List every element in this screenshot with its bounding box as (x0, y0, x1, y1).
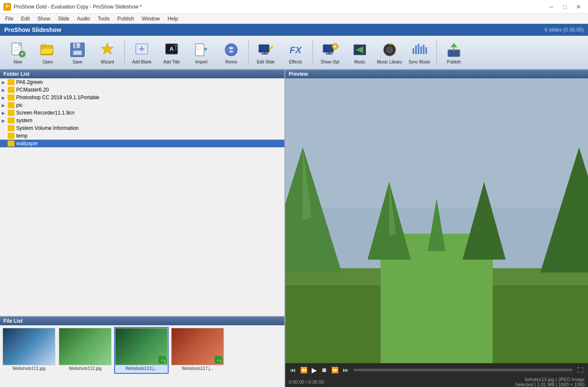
folder-item-systemvol[interactable]: ▶ System Volume Information (0, 124, 284, 132)
add-blank-button[interactable]: Add Blank (127, 37, 156, 67)
folder-icon (8, 133, 14, 139)
menu-tools[interactable]: Tools (94, 15, 113, 23)
svg-rect-46 (415, 46, 417, 54)
expand-arrow: ▶ (2, 95, 8, 100)
effects-label: Effects (289, 60, 302, 64)
app-icon: P (3, 3, 11, 11)
fullscreen-button[interactable]: ⛶ (576, 366, 585, 374)
publish-button[interactable]: Publish (439, 37, 468, 67)
menu-publish[interactable]: Publish (114, 15, 137, 23)
thumb-count-3: 1 (163, 358, 166, 364)
wizard-icon (98, 41, 116, 59)
close-button[interactable]: ✕ (573, 3, 585, 11)
expand-arrow: ▶ (2, 80, 8, 85)
svg-marker-12 (101, 43, 113, 54)
edit-slide-icon (257, 41, 275, 59)
music-library-button[interactable]: ♪ Music Library (375, 37, 404, 67)
preview-progress[interactable] (353, 369, 573, 371)
folder-item-system[interactable]: ▶ system (0, 117, 284, 124)
menu-show[interactable]: Show (34, 15, 54, 23)
publish-label: Publish (447, 60, 461, 64)
folder-tree: ▶ PA6.2green ▶ PCMaster6.20 ▶ Photoshop … (0, 78, 284, 316)
preview-info: 0:00.00 / 0:36.00 bshots113.jpg | JPEG I… (285, 377, 588, 387)
svg-rect-45 (413, 48, 414, 54)
file-scroll: Webshots111.jpg Webshots112.jpg ✓ 1 (0, 325, 284, 387)
add-title-button[interactable]: A Add Title (157, 37, 186, 67)
save-button[interactable]: Save (63, 37, 92, 67)
open-button[interactable]: Open (33, 37, 62, 67)
thumbnail-webshots112[interactable]: Webshots112.jpg (58, 327, 112, 374)
menu-file[interactable]: File (2, 15, 17, 23)
forward-button[interactable]: ⏩ (330, 366, 340, 374)
folder-scroll-wrapper: ▶ PA6.2green ▶ PCMaster6.20 ▶ Photoshop … (0, 78, 284, 316)
thumb-label-4: Webshots117.j... (182, 366, 213, 371)
effects-button[interactable]: FX Effects (281, 37, 310, 67)
folder-item-pa6[interactable]: ▶ PA6.2green (0, 78, 284, 86)
folder-icon (8, 95, 14, 100)
folder-item-wallpaper[interactable]: ▶ wallpaper (0, 140, 284, 147)
import-button[interactable]: Import (187, 37, 216, 67)
folder-item-pcmaster[interactable]: ▶ PCMaster6.20 (0, 86, 284, 94)
menu-edit[interactable]: Edit (17, 15, 33, 23)
open-label: Open (43, 60, 53, 64)
rewind-button[interactable]: ⏪ (299, 366, 309, 374)
toolbar-sep-2 (248, 40, 249, 65)
svg-rect-50 (425, 47, 427, 54)
preview-file-details: bshots113.jpg | JPEG Image Selected | 1.… (515, 377, 585, 387)
maximize-button[interactable]: □ (559, 3, 571, 11)
new-button[interactable]: + New (3, 37, 32, 67)
menu-window[interactable]: Window (138, 15, 163, 23)
file-list-header: File List (0, 317, 284, 325)
svg-text:FX: FX (290, 45, 302, 55)
folder-name: PCMaster6.20 (16, 87, 49, 93)
toolbar-sep-3 (313, 40, 313, 65)
wizard-button[interactable]: Wizard (93, 37, 122, 67)
remix-button[interactable]: Remix (217, 37, 246, 67)
remix-label: Remix (225, 60, 237, 64)
folder-name: temp (16, 133, 28, 139)
minimize-button[interactable]: ─ (545, 3, 557, 11)
open-icon (39, 41, 57, 59)
stop-button[interactable]: ⏹ (320, 366, 328, 374)
thumb-img-2 (59, 328, 112, 365)
publish-icon (445, 41, 463, 59)
expand-arrow: ▶ (2, 88, 8, 92)
folder-name: system (16, 118, 32, 123)
show-opt-icon (321, 41, 339, 59)
folder-item-photoshop[interactable]: ▶ Photoshop CC 2018 v19.1.1Portable (0, 94, 284, 101)
expand-arrow: ▶ (2, 118, 8, 123)
skip-start-button[interactable]: ⏮ (289, 366, 297, 374)
add-blank-icon (133, 41, 151, 59)
preview-image-container (285, 78, 588, 363)
menu-audio[interactable]: Audio (74, 15, 94, 23)
file-scroll-wrapper: Webshots111.jpg Webshots112.jpg ✓ 1 (0, 325, 284, 387)
svg-rect-29 (264, 52, 266, 54)
slide-count-info: 6 slides (0:36.00) (545, 27, 584, 33)
show-opt-label: Show Opt (321, 60, 339, 64)
music-button[interactable]: Music (345, 37, 374, 67)
thumbnail-webshots113[interactable]: ✓ 1 Webshots113.j... (114, 327, 169, 374)
sync-music-button[interactable]: Sync Music (405, 37, 434, 67)
folder-item-screenrec[interactable]: ▶ Screen Recorder11.1.9cn (0, 109, 284, 117)
thumbnail-webshots117[interactable]: ✓ 1 Webshots117.j... (170, 327, 225, 374)
thumbnail-webshots111[interactable]: Webshots111.jpg (2, 327, 56, 374)
folder-item-pic[interactable]: ▶ pic (0, 101, 284, 109)
svg-rect-11 (75, 43, 77, 48)
folder-name: PA6.2green (16, 79, 43, 85)
show-opt-button[interactable]: Show Opt (316, 37, 344, 67)
file-list: File List Webshots111.jpg Webshots112.jp… (0, 317, 284, 387)
title-bar: P ProShow Gold - Evaluation Copy - ProSh… (0, 0, 588, 14)
svg-rect-34 (328, 52, 330, 54)
folder-name: pic (16, 102, 23, 108)
edit-slide-button[interactable]: Edit Slide (251, 37, 280, 67)
svg-marker-21 (204, 48, 207, 52)
menu-bar: File Edit Show Slide Audio Tools Publish… (0, 14, 588, 24)
menu-help[interactable]: Help (164, 15, 182, 23)
window-title: ProShow Gold - Evaluation Copy - ProShow… (14, 4, 142, 10)
svg-rect-32 (324, 46, 333, 52)
menu-slide[interactable]: Slide (54, 15, 73, 23)
play-button[interactable]: ▶ (310, 365, 318, 375)
skip-end-button[interactable]: ⏭ (341, 366, 350, 374)
folder-item-temp[interactable]: ▶ temp (0, 132, 284, 140)
expand-arrow: ▶ (2, 103, 8, 108)
